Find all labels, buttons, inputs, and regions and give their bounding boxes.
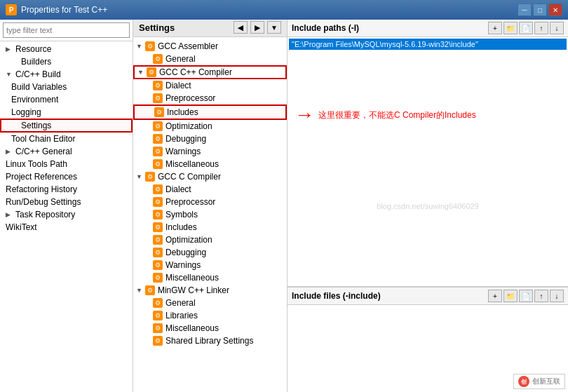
add-workspace-include-button[interactable]: 📁 [503,290,518,302]
settings-item-warnings[interactable]: ⚙ Warnings [133,145,287,158]
gear-icon: ⚙ [153,273,163,283]
folder-icon: ⚙ [145,41,155,51]
tree-item-environment[interactable]: Environment [0,93,133,106]
nav-forward-button[interactable]: ▶ [250,21,264,34]
expand-arrow: ▶ [6,46,13,53]
gear-icon: ⚙ [153,235,163,245]
folder-icon: ⚙ [147,67,156,77]
settings-item-c-optimization[interactable]: ⚙ Optimization [133,234,287,246]
settings-label: General [165,298,196,308]
filter-box [0,20,133,41]
settings-item-c-miscellaneous[interactable]: ⚙ Miscellaneous [133,271,287,284]
tree-item-linux-tools-path[interactable]: Linux Tools Path [0,158,133,170]
settings-item-c-dialect[interactable]: ⚙ Dialect [133,183,287,196]
tree-item-tool-chain-editor[interactable]: Tool Chain Editor [0,133,133,145]
settings-item-linker-libraries[interactable]: ⚙ Libraries [133,309,287,322]
settings-label: Miscellaneous [165,323,219,333]
tree-item-run-debug-settings[interactable]: Run/Debug Settings [0,196,133,208]
nav-menu-button[interactable]: ▼ [267,21,281,34]
settings-item-optimization[interactable]: ⚙ Optimization [133,120,287,133]
tree-item-builders[interactable]: Builders [0,55,133,68]
tree-label: Settings [21,121,51,130]
tree-label: Resource [15,44,51,54]
settings-item-shared-library-settings[interactable]: ⚙ Shared Library Settings [133,334,287,347]
include-path-item[interactable]: "E:\Program Files\MySQL\mysql-5.6.19-win… [289,39,567,50]
gear-icon: ⚙ [153,54,163,64]
settings-item-linker-general[interactable]: ⚙ General [133,297,287,309]
settings-item-mingw-linker[interactable]: ▼ ⚙ MinGW C++ Linker [133,284,287,297]
filter-input[interactable] [3,22,130,38]
maximize-button[interactable]: □ [533,4,547,16]
settings-label: Miscellaneous [165,273,219,283]
tree-label: Logging [11,107,41,117]
tree-label: Builders [21,57,51,67]
settings-item-preprocessor[interactable]: ⚙ Preprocessor [133,92,287,104]
nav-back-button[interactable]: ◀ [234,21,248,34]
tree-item-cpp-build[interactable]: ▼ C/C++ Build [0,68,133,81]
add-file-button[interactable]: 📄 [519,22,533,34]
logo-icon: 创 [518,376,529,387]
gear-icon: ⚙ [153,298,163,308]
settings-item-c-preprocessor[interactable]: ⚙ Preprocessor [133,196,287,208]
right-panel: Include paths (-I) + 📁 📄 ↑ ↓ "E:\Program… [288,20,568,392]
tree-item-build-variables[interactable]: Build Variables [0,81,133,93]
settings-label: Dialect [165,184,191,194]
move-up-button[interactable]: ↑ [534,22,548,34]
settings-item-c-warnings[interactable]: ⚙ Warnings [133,259,287,271]
tree-item-refactoring-history[interactable]: Refactoring History [0,183,133,196]
settings-label: Warnings [165,260,201,270]
tree-item-project-references[interactable]: Project References [0,170,133,183]
tree-item-resource[interactable]: ▶ Resource [0,43,133,55]
tree-label: Task Repository [15,210,75,219]
window-controls: ─ □ ✕ [518,4,562,16]
settings-item-gcc-c-compiler[interactable]: ▼ ⚙ GCC C Compiler [133,170,287,183]
add-file-include-button[interactable]: 📄 [519,290,533,302]
settings-item-gcc-assembler[interactable]: ▼ ⚙ GCC Assembler [133,40,287,53]
settings-label: GCC C++ Compiler [159,67,232,77]
tree-item-logging[interactable]: Logging [0,106,133,119]
move-down-include-button[interactable]: ↓ [550,290,564,302]
close-button[interactable]: ✕ [548,4,562,16]
settings-item-includes[interactable]: ⚙ Includes [133,104,287,120]
settings-item-dialect[interactable]: ⚙ Dialect [133,79,287,92]
tree-label: C/C++ General [15,147,72,156]
expand-arrow: ▼ [137,69,144,76]
settings-title: Settings [139,22,175,33]
move-up-include-button[interactable]: ↑ [534,290,548,302]
tree-item-cpp-general[interactable]: ▶ C/C++ General [0,145,133,158]
tree-label: Refactoring History [6,184,77,194]
left-tree: ▶ Resource Builders ▼ C/C++ Build Build … [0,41,133,392]
settings-item-c-debugging[interactable]: ⚙ Debugging [133,246,287,259]
include-files-toolbar: + 📁 📄 ↑ ↓ [488,290,564,302]
expand-arrow: ▼ [136,173,142,180]
move-down-button[interactable]: ↓ [550,22,564,34]
tree-item-wikitext[interactable]: WikiText [0,221,133,234]
settings-label: Optimization [165,121,212,131]
minimize-button[interactable]: ─ [518,4,532,16]
add-button[interactable]: + [488,22,502,34]
settings-item-c-includes[interactable]: ⚙ Includes [133,221,287,234]
add-include-file-button[interactable]: + [488,290,502,302]
tree-item-task-repository[interactable]: ▶ Task Repository [0,208,133,221]
annotation-text: 这里很重要，不能选C Compiler的Includes [318,109,476,121]
settings-item-debugging[interactable]: ⚙ Debugging [133,133,287,145]
settings-item-miscellaneous[interactable]: ⚙ Miscellaneous [133,158,287,170]
settings-label: MinGW C++ Linker [158,285,229,295]
settings-item-gcc-assembler-general[interactable]: ⚙ General [133,53,287,65]
left-panel: ▶ Resource Builders ▼ C/C++ Build Build … [0,20,133,392]
settings-item-c-symbols[interactable]: ⚙ Symbols [133,208,287,221]
annotation: → 这里很重要，不能选C Compiler的Includes [295,104,476,126]
settings-item-gcc-cpp-compiler[interactable]: ▼ ⚙ GCC C++ Compiler [133,65,287,79]
window-icon: P [6,4,17,15]
tree-label: Linux Tools Path [6,159,67,169]
gear-icon: ⚙ [153,260,163,270]
settings-panel: Settings ◀ ▶ ▼ ▼ ⚙ GCC Assembler ⚙ Gener… [133,20,288,392]
window-title: Properties for Test C++ [21,5,107,15]
settings-label: GCC C Compiler [158,172,221,182]
tree-item-settings[interactable]: Settings [0,119,133,133]
settings-item-linker-miscellaneous[interactable]: ⚙ Miscellaneous [133,322,287,334]
include-paths-section: Include paths (-I) + 📁 📄 ↑ ↓ "E:\Program… [288,20,568,287]
expand-arrow: ▶ [6,148,13,155]
add-workspace-button[interactable]: 📁 [503,22,518,34]
include-files-title: Include files (-include) [292,291,381,301]
